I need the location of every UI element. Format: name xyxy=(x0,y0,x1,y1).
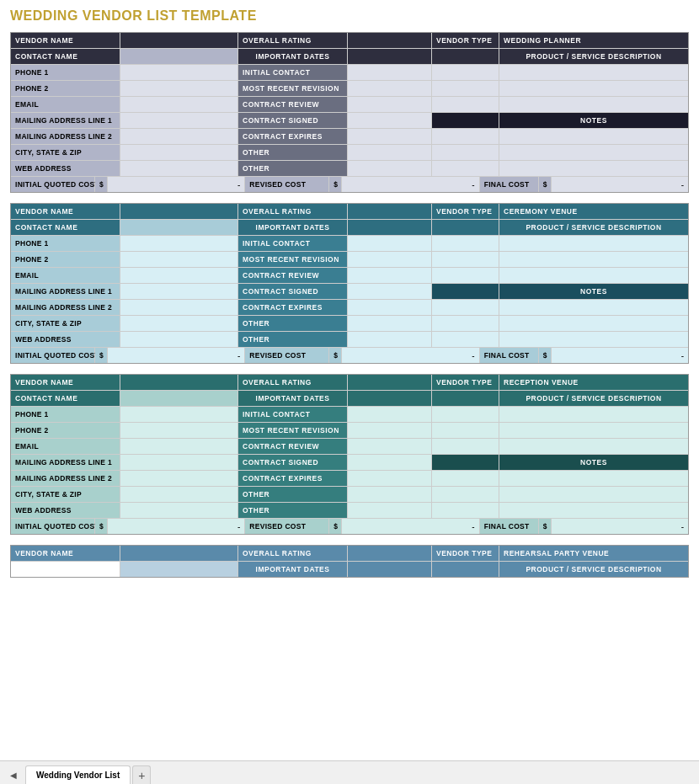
email-value-2[interactable] xyxy=(120,439,238,454)
initial-cost-value-1[interactable]: - xyxy=(108,348,245,363)
vendor-name-value[interactable] xyxy=(120,546,238,561)
notes-value2-0[interactable] xyxy=(499,145,688,160)
final-cost-value-0[interactable]: - xyxy=(552,177,688,192)
web-value-0[interactable] xyxy=(120,161,238,176)
web-value-2[interactable] xyxy=(120,503,238,518)
notes-value3-0[interactable] xyxy=(499,161,688,176)
mailing2-label-0: MAILING ADDRESS LINE 2 xyxy=(11,129,120,144)
mailing1-value-0[interactable] xyxy=(120,113,238,128)
web-value-1[interactable] xyxy=(120,332,238,347)
tab-wedding-vendor-list[interactable]: Wedding Vendor List xyxy=(25,765,131,784)
revised-cost-value-1[interactable]: - xyxy=(342,348,479,363)
most-recent-revision-value-1[interactable] xyxy=(348,252,432,267)
contract-review-value-1[interactable] xyxy=(348,268,432,283)
notes-value3-2[interactable] xyxy=(499,503,688,518)
vendor-name-value-1[interactable] xyxy=(120,204,238,219)
contract-signed-value-1[interactable] xyxy=(348,284,432,299)
revised-cost-value-0[interactable]: - xyxy=(342,177,479,192)
contract-review-value-0[interactable] xyxy=(348,97,432,112)
contact-name-value[interactable] xyxy=(120,562,238,577)
vendor-name-value-2[interactable] xyxy=(120,375,238,390)
email-value-0[interactable] xyxy=(120,97,238,112)
overall-rating-value-0[interactable] xyxy=(348,33,432,48)
prod-desc-area-top-0[interactable] xyxy=(499,65,688,80)
overall-rating-value-2[interactable] xyxy=(348,375,432,390)
prod-desc-spacer xyxy=(432,562,499,577)
contact-name-value-2[interactable] xyxy=(120,391,238,406)
initial-contact-value-0[interactable] xyxy=(348,65,432,80)
contact-name-value-0[interactable] xyxy=(120,49,238,64)
phone1-value-1[interactable] xyxy=(120,236,238,251)
tab-add-button[interactable]: + xyxy=(132,765,151,784)
phone1-value-0[interactable] xyxy=(120,65,238,80)
other2-value-0[interactable] xyxy=(348,161,432,176)
initial-contact-value-2[interactable] xyxy=(348,407,432,422)
mailing1-value-1[interactable] xyxy=(120,284,238,299)
notes-spacer1-1 xyxy=(432,300,499,315)
other1-value-0[interactable] xyxy=(348,145,432,160)
contract-signed-value-2[interactable] xyxy=(348,455,432,470)
nav-prev[interactable]: ◀ xyxy=(7,765,20,784)
contract-expires-value-0[interactable] xyxy=(348,129,432,144)
phone1-value-2[interactable] xyxy=(120,407,238,422)
overall-rating-label-1: OVERALL RATING xyxy=(238,204,348,219)
other2-value-2[interactable] xyxy=(348,503,432,518)
phone2-value-1[interactable] xyxy=(120,252,238,267)
most-recent-revision-value-2[interactable] xyxy=(348,423,432,438)
notes-value2-1[interactable] xyxy=(499,316,688,331)
notes-value1-0[interactable] xyxy=(499,129,688,144)
most-recent-revision-value-0[interactable] xyxy=(348,81,432,96)
notes-value2-2[interactable] xyxy=(499,487,688,502)
initial-contact-value-1[interactable] xyxy=(348,236,432,251)
contract-expires-value-2[interactable] xyxy=(348,471,432,486)
city-value-1[interactable] xyxy=(120,316,238,331)
contract-review-value-2[interactable] xyxy=(348,439,432,454)
important-dates-label-2: IMPORTANT DATES xyxy=(238,391,348,406)
contract-expires-value-1[interactable] xyxy=(348,300,432,315)
prod-spacer3-1 xyxy=(432,268,499,283)
other1-label-1: OTHER xyxy=(238,316,348,331)
city-value-0[interactable] xyxy=(120,145,238,160)
initial-cost-sign-1: $ xyxy=(95,348,108,363)
prod-desc-area2-0[interactable] xyxy=(499,81,688,96)
contact-important-row-1: CONTACT NAME IMPORTANT DATES PRODUCT / S… xyxy=(11,220,688,236)
mailing2-value-0[interactable] xyxy=(120,129,238,144)
initial-cost-value-0[interactable]: - xyxy=(108,177,245,192)
mailing2-value-1[interactable] xyxy=(120,300,238,315)
notes-spacer2-2 xyxy=(432,487,499,502)
prod-desc-area2-1[interactable] xyxy=(499,252,688,267)
mailing2-value-2[interactable] xyxy=(120,471,238,486)
contract-signed-value-0[interactable] xyxy=(348,113,432,128)
email-value-1[interactable] xyxy=(120,268,238,283)
overall-rating-value[interactable] xyxy=(348,546,432,561)
contact-name-label: CONTACT NAME xyxy=(11,562,120,577)
mailing1-value-2[interactable] xyxy=(120,455,238,470)
contract-review-label-1: CONTRACT REVIEW xyxy=(238,268,348,283)
notes-value3-1[interactable] xyxy=(499,332,688,347)
city-value-2[interactable] xyxy=(120,487,238,502)
notes-value1-1[interactable] xyxy=(499,300,688,315)
email-label-0: EMAIL xyxy=(11,97,120,112)
other1-value-1[interactable] xyxy=(348,316,432,331)
final-cost-value-2[interactable]: - xyxy=(552,519,688,534)
type-spacer-2 xyxy=(432,391,499,406)
prod-desc-area2-2[interactable] xyxy=(499,423,688,438)
prod-desc-area-top-2[interactable] xyxy=(499,407,688,422)
vendor-name-label-1: VENDOR NAME xyxy=(11,204,120,219)
prod-desc-area3-2[interactable] xyxy=(499,439,688,454)
prod-spacer1-1 xyxy=(432,236,499,251)
contact-name-value-1[interactable] xyxy=(120,220,238,235)
notes-value1-2[interactable] xyxy=(499,471,688,486)
prod-desc-area3-0[interactable] xyxy=(499,97,688,112)
overall-rating-value-1[interactable] xyxy=(348,204,432,219)
prod-desc-area3-1[interactable] xyxy=(499,268,688,283)
other1-value-2[interactable] xyxy=(348,487,432,502)
other2-value-1[interactable] xyxy=(348,332,432,347)
phone2-value-0[interactable] xyxy=(120,81,238,96)
phone2-value-2[interactable] xyxy=(120,423,238,438)
revised-cost-value-2[interactable]: - xyxy=(342,519,479,534)
final-cost-value-1[interactable]: - xyxy=(552,348,688,363)
prod-desc-area-top-1[interactable] xyxy=(499,236,688,251)
initial-cost-value-2[interactable]: - xyxy=(108,519,245,534)
vendor-name-value-0[interactable] xyxy=(120,33,238,48)
